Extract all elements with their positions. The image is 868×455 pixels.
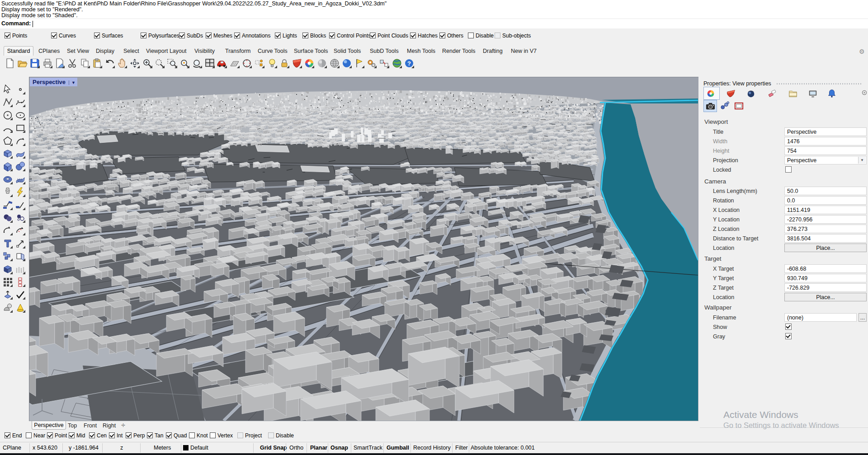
svg-text:?: ?	[407, 60, 411, 67]
